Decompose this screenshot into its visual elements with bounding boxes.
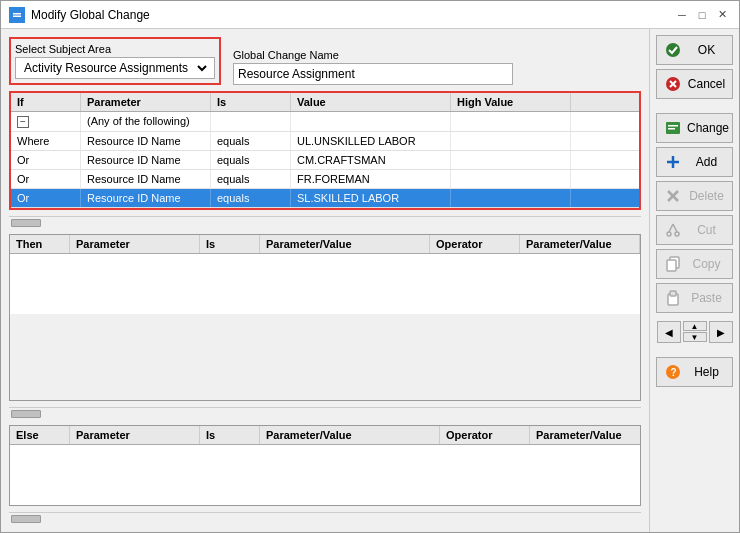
then-scrollbar-thumb[interactable] [11, 410, 41, 418]
help-button[interactable]: ? Help [656, 357, 733, 387]
then-col-then: Then [10, 235, 70, 253]
subject-area-select[interactable]: Activity Resource Assignments Activities… [20, 60, 210, 76]
title-bar: Modify Global Change ─ □ ✕ [1, 1, 739, 29]
if-cell-hv-0 [451, 112, 571, 131]
change-icon [663, 118, 683, 138]
nav-right-button[interactable]: ▶ [709, 321, 733, 343]
if-cell-value-3: FR.FOREMAN [291, 170, 451, 188]
delete-button[interactable]: Delete [656, 181, 733, 211]
svg-rect-9 [668, 128, 675, 130]
if-cell-hv-4 [451, 189, 571, 207]
svg-rect-1 [13, 13, 21, 15]
if-cell-value-0 [291, 112, 451, 131]
then-scrollbar[interactable] [9, 407, 641, 419]
dialog-icon [9, 7, 25, 23]
cut-button[interactable]: Cut [656, 215, 733, 245]
close-button[interactable]: ✕ [713, 6, 731, 24]
minimize-button[interactable]: ─ [673, 6, 691, 24]
subject-area-group: Select Subject Area Activity Resource As… [9, 37, 221, 85]
ok-button[interactable]: OK [656, 35, 733, 65]
if-row-1[interactable]: Or Resource ID Name equals CM.CRAFTSMAN [11, 151, 639, 170]
collapse-button[interactable]: − [17, 116, 29, 128]
if-scrollbar-thumb[interactable] [11, 219, 41, 227]
if-cell-param-2: Resource ID Name [81, 151, 211, 169]
cancel-icon [663, 74, 683, 94]
else-col-is: Is [200, 426, 260, 444]
svg-rect-8 [668, 125, 678, 127]
if-cell-is-3: equals [211, 170, 291, 188]
if-cell-if-0: − [11, 112, 81, 131]
subject-area-select-box[interactable]: Activity Resource Assignments Activities… [15, 57, 215, 79]
nav-down-button[interactable]: ▼ [683, 332, 707, 342]
if-table-header: If Parameter Is Value High Value [11, 93, 639, 112]
cancel-button[interactable]: Cancel [656, 69, 733, 99]
if-col-parameter: Parameter [81, 93, 211, 111]
if-row-0[interactable]: Where Resource ID Name equals UL.UNSKILL… [11, 132, 639, 151]
if-row-2[interactable]: Or Resource ID Name equals FR.FOREMAN [11, 170, 639, 189]
then-col-is: Is [200, 235, 260, 253]
copy-label: Copy [687, 257, 726, 271]
delete-icon [663, 186, 683, 206]
separator-1 [656, 103, 733, 109]
if-scrollbar[interactable] [9, 216, 641, 228]
separator-2 [656, 347, 733, 353]
cut-label: Cut [687, 223, 726, 237]
if-col-value: Value [291, 93, 451, 111]
nav-left-button[interactable]: ◀ [657, 321, 681, 343]
help-label: Help [687, 365, 726, 379]
dialog-body: Select Subject Area Activity Resource As… [1, 29, 739, 532]
add-icon [663, 152, 683, 172]
else-col-else: Else [10, 426, 70, 444]
window-controls: ─ □ ✕ [673, 6, 731, 24]
if-cell-hv-3 [451, 170, 571, 188]
svg-point-15 [675, 232, 679, 236]
dialog-title: Modify Global Change [31, 8, 667, 22]
then-table-body [10, 254, 640, 314]
else-table-body [10, 445, 640, 505]
copy-button[interactable]: Copy [656, 249, 733, 279]
sidebar: OK Cancel Change Add [649, 29, 739, 532]
if-row-any[interactable]: − (Any of the following) [11, 112, 639, 132]
navigation-group: ◀ ▲ ▼ ▶ [656, 321, 733, 343]
if-row-3[interactable]: Or Resource ID Name equals SL.SKILLED LA… [11, 189, 639, 208]
then-section: Then Parameter Is Parameter/Value Operat… [9, 234, 641, 401]
if-cell-param-1: Resource ID Name [81, 132, 211, 150]
if-cell-if-1: Where [11, 132, 81, 150]
if-cell-if-3: Or [11, 170, 81, 188]
global-change-name-input[interactable] [233, 63, 513, 85]
svg-rect-19 [667, 260, 676, 271]
else-col-operator: Operator [440, 426, 530, 444]
if-cell-is-4: equals [211, 189, 291, 207]
restore-button[interactable]: □ [693, 6, 711, 24]
global-change-name-group: Global Change Name [233, 49, 513, 85]
global-change-name-label: Global Change Name [233, 49, 513, 61]
else-col-pv2: Parameter/Value [530, 426, 641, 444]
svg-line-17 [673, 224, 677, 232]
if-cell-if-4: Or [11, 189, 81, 207]
svg-rect-2 [13, 15, 21, 17]
else-section: Else Parameter Is Parameter/Value Operat… [9, 425, 641, 506]
nav-up-button[interactable]: ▲ [683, 321, 707, 331]
change-label: Change [687, 121, 729, 135]
cancel-label: Cancel [687, 77, 726, 91]
then-col-parameter: Parameter [70, 235, 200, 253]
else-scrollbar-thumb[interactable] [11, 515, 41, 523]
delete-label: Delete [687, 189, 726, 203]
then-table-header: Then Parameter Is Parameter/Value Operat… [10, 235, 640, 254]
then-col-pv2: Parameter/Value [520, 235, 640, 253]
else-table-header: Else Parameter Is Parameter/Value Operat… [10, 426, 640, 445]
cut-icon [663, 220, 683, 240]
add-button[interactable]: Add [656, 147, 733, 177]
if-cell-is-2: equals [211, 151, 291, 169]
subject-area-label: Select Subject Area [15, 43, 215, 55]
paste-button[interactable]: Paste [656, 283, 733, 313]
if-cell-is-0 [211, 112, 291, 131]
change-button[interactable]: Change [656, 113, 733, 143]
paste-label: Paste [687, 291, 726, 305]
ok-label: OK [687, 43, 726, 57]
then-col-pv1: Parameter/Value [260, 235, 430, 253]
modify-global-change-dialog: Modify Global Change ─ □ ✕ Select Subjec… [0, 0, 740, 533]
else-scrollbar[interactable] [9, 512, 641, 524]
add-label: Add [687, 155, 726, 169]
if-cell-param-4: Resource ID Name [81, 189, 211, 207]
